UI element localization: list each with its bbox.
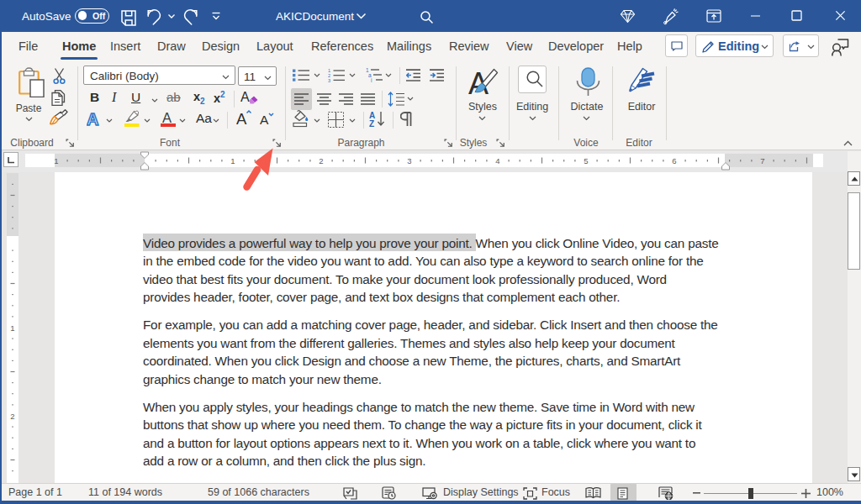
svg-text:6: 6 xyxy=(672,156,676,165)
svg-text:i: i xyxy=(371,77,372,83)
svg-text:A: A xyxy=(87,110,98,128)
svg-text:5: 5 xyxy=(584,156,588,165)
svg-text:A: A xyxy=(236,110,247,127)
svg-text:A: A xyxy=(240,90,250,104)
svg-text:A: A xyxy=(162,111,172,125)
svg-text:4: 4 xyxy=(495,156,499,165)
svg-text:1: 1 xyxy=(54,156,58,165)
svg-text:A: A xyxy=(260,113,269,127)
svg-text:1: 1 xyxy=(10,323,14,333)
svg-text:3: 3 xyxy=(328,78,330,82)
svg-text:2: 2 xyxy=(319,156,323,165)
svg-text:3: 3 xyxy=(407,156,411,165)
svg-text:7: 7 xyxy=(760,156,764,165)
svg-text:Z: Z xyxy=(369,119,374,128)
svg-text:2: 2 xyxy=(10,412,14,421)
